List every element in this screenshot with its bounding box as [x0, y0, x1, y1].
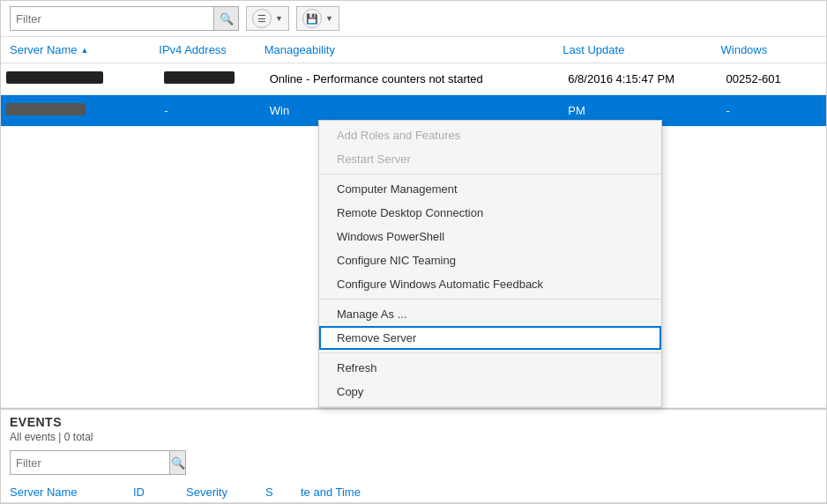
save-icon: 💾	[302, 9, 322, 28]
context-menu-section-3: Manage As ... Remove Server	[319, 300, 661, 353]
cell-last-update-2: PM	[563, 100, 720, 121]
col-header-server-name[interactable]: Server Name ▲	[1, 43, 159, 56]
menu-item-configure-nic[interactable]: Configure NIC Teaming	[319, 248, 661, 272]
save-dropdown-arrow: ▼	[325, 14, 333, 23]
col-header-ev-server[interactable]: Server Name	[1, 485, 133, 499]
filter-input[interactable]	[11, 7, 213, 30]
events-filter-box[interactable]: 🔍	[10, 450, 186, 475]
context-menu: Add Roles and Features Restart Server Co…	[318, 120, 662, 408]
cell-last-update-1: 6/8/2016 4:15:47 PM	[563, 69, 720, 89]
save-button[interactable]: 💾 ▼	[296, 6, 339, 31]
col-header-ev-datetime[interactable]: te and Time	[301, 485, 826, 499]
events-search-icon: 🔍	[171, 456, 185, 470]
list-view-icon: ☰	[252, 9, 272, 28]
view-button-group: ☰ ▼	[246, 6, 289, 31]
menu-item-add-roles[interactable]: Add Roles and Features	[319, 123, 661, 147]
col-header-last-update[interactable]: Last Update	[563, 43, 720, 56]
col-header-ev-s[interactable]: S	[265, 485, 301, 499]
col-header-ev-severity[interactable]: Severity	[186, 485, 265, 499]
view-dropdown-arrow: ▼	[275, 14, 283, 23]
cell-ipv4-2: -	[159, 100, 264, 121]
context-menu-section-1: Add Roles and Features Restart Server	[319, 121, 661, 174]
events-section: EVENTS All events | 0 total 🔍	[1, 408, 826, 478]
col-header-ev-id[interactable]: ID	[133, 485, 186, 499]
search-icon: 🔍	[220, 12, 234, 26]
menu-item-manage-as[interactable]: Manage As ...	[319, 302, 661, 326]
redacted-server-name-2	[6, 103, 86, 115]
events-filter-search-button[interactable]: 🔍	[169, 451, 185, 474]
context-menu-section-4: Refresh Copy	[319, 353, 661, 407]
sort-arrow-server-name: ▲	[81, 46, 89, 55]
events-filter-row: 🔍	[10, 450, 817, 475]
menu-item-restart-server[interactable]: Restart Server	[319, 147, 661, 171]
main-container: 🔍 ☰ ▼ 💾 ▼ Server Name ▲	[0, 0, 827, 504]
cell-windows-1: 00252-601	[721, 69, 827, 89]
events-title: EVENTS	[10, 415, 817, 429]
filter-search-button[interactable]: 🔍	[213, 7, 238, 30]
events-subtitle: All events | 0 total	[10, 431, 817, 443]
cell-ipv4-1	[159, 68, 264, 90]
menu-item-windows-powershell[interactable]: Windows PowerShell	[319, 225, 661, 248]
events-table-header: Server Name ID Severity S te and Time	[1, 482, 826, 503]
menu-item-computer-management[interactable]: Computer Management	[319, 177, 661, 201]
menu-item-remote-desktop[interactable]: Remote Desktop Connection	[319, 201, 661, 225]
table-row[interactable]: Online - Performance counters not starte…	[1, 63, 826, 95]
menu-item-refresh[interactable]: Refresh	[319, 356, 661, 380]
redacted-server-name-1	[6, 71, 103, 84]
redacted-ipv4-1	[164, 71, 235, 84]
col-header-ipv4[interactable]: IPv4 Address	[159, 43, 264, 56]
menu-item-configure-windows[interactable]: Configure Windows Automatic Feedback	[319, 272, 661, 296]
context-menu-section-2: Computer Management Remote Desktop Conne…	[319, 174, 661, 300]
menu-item-remove-server[interactable]: Remove Server	[319, 326, 661, 350]
events-filter-input[interactable]	[11, 451, 169, 474]
toolbar: 🔍 ☰ ▼ 💾 ▼	[1, 1, 826, 37]
cell-windows-2: -	[721, 100, 827, 121]
view-button[interactable]: ☰ ▼	[246, 6, 289, 31]
col-header-manageability[interactable]: Manageability	[264, 43, 563, 56]
filter-box[interactable]: 🔍	[10, 6, 239, 31]
menu-item-copy[interactable]: Copy	[319, 380, 661, 404]
save-button-group: 💾 ▼	[296, 6, 339, 31]
cell-manageability-2: Win	[264, 100, 563, 121]
col-header-windows[interactable]: Windows	[721, 43, 826, 56]
cell-manageability-1: Online - Performance counters not starte…	[264, 69, 563, 89]
servers-table-header: Server Name ▲ IPv4 Address Manageability…	[1, 37, 826, 63]
cell-server-name-1	[1, 68, 159, 90]
cell-server-name-2	[1, 100, 159, 122]
